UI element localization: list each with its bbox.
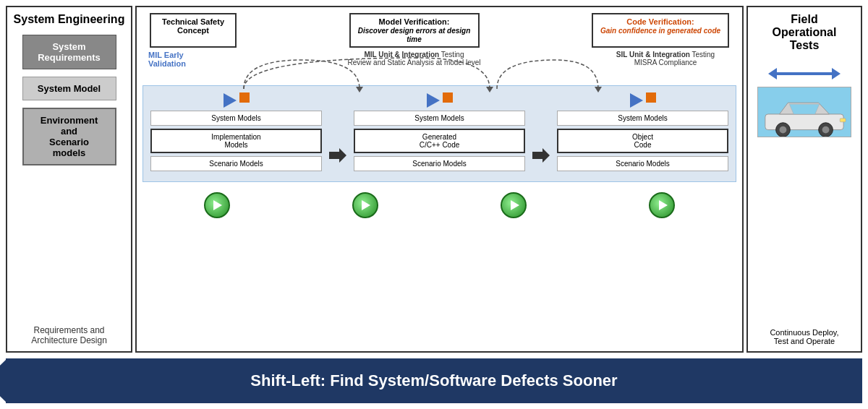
double-arrow-svg <box>768 66 841 81</box>
right-arrow-2 <box>532 148 550 163</box>
svg-marker-1 <box>486 87 493 92</box>
scenario-models-box-3: Scenario Models <box>557 156 728 171</box>
bottom-banner: Shift-Left: Find System/Software Defects… <box>6 358 862 403</box>
model-column-2: System Models GeneratedC/C++ Code Scenar… <box>354 93 525 174</box>
car-svg <box>758 87 851 137</box>
technical-safety-concept-box: Technical SafetyConcept <box>150 13 237 48</box>
model-column-3: System Models ObjectCode Scenario Models <box>557 93 728 174</box>
blue-area: System Models ImplementationModels Scena… <box>142 85 736 182</box>
system-model-box: System Model <box>22 77 116 100</box>
system-models-box-3: System Models <box>557 111 728 126</box>
green-play-button-3[interactable] <box>649 192 675 218</box>
svg-marker-3 <box>329 148 346 163</box>
arrow-2-3 <box>532 137 550 174</box>
right-panel: FieldOperationalTests <box>746 6 862 353</box>
dashed-arcs-svg <box>215 56 634 92</box>
orange-square-1 <box>239 92 250 103</box>
system-requirements-box: SystemRequirements <box>22 35 116 69</box>
system-models-box-2: System Models <box>354 111 525 126</box>
main-container: System Engineering SystemRequirements Sy… <box>0 0 868 409</box>
right-arrow-1 <box>329 148 346 163</box>
svg-rect-12 <box>840 119 846 122</box>
system-models-box-1: System Models <box>150 111 322 126</box>
green-play-button-1[interactable] <box>352 192 378 218</box>
green-play-button-2[interactable] <box>501 192 527 218</box>
left-panel: System Engineering SystemRequirements Sy… <box>6 6 132 353</box>
play-triangle-1 <box>224 93 237 108</box>
model-column-1: System Models ImplementationModels Scena… <box>150 93 322 174</box>
svg-point-11 <box>822 126 830 134</box>
model-verification-box: Model Verification:Discover design error… <box>349 13 480 48</box>
bottom-banner-text: Shift-Left: Find System/Software Defects… <box>6 371 862 390</box>
left-panel-title: System Engineering <box>14 13 125 26</box>
object-code-box: ObjectCode <box>557 129 728 153</box>
svg-marker-4 <box>532 148 550 163</box>
middle-content: Technical SafetyConcept Model Verificati… <box>142 13 736 345</box>
double-arrow-container <box>768 66 841 81</box>
implementation-models-box: ImplementationModels <box>150 129 322 153</box>
right-panel-title: FieldOperationalTests <box>773 13 837 52</box>
model-icon-3 <box>630 93 656 108</box>
car-image <box>757 87 851 137</box>
scenario-models-box-2: Scenario Models <box>354 156 525 171</box>
orange-square-3 <box>646 92 656 103</box>
middle-panel: Technical SafetyConcept Model Verificati… <box>135 6 744 353</box>
arrow-1-2 <box>329 137 346 174</box>
top-section: System Engineering SystemRequirements Sy… <box>0 0 868 358</box>
green-play-row <box>142 188 736 220</box>
right-panel-footer: Continuous Deploy,Test and Operate <box>770 328 838 345</box>
generated-code-box: GeneratedC/C++ Code <box>354 129 525 153</box>
left-panel-footer: Requirements andArchitecture Design <box>31 325 107 345</box>
svg-marker-5 <box>768 68 841 79</box>
model-icon-1 <box>224 93 250 108</box>
scenario-models-box-1: Scenario Models <box>150 156 322 171</box>
model-icon-2 <box>427 93 453 108</box>
orange-square-2 <box>443 92 453 103</box>
svg-marker-2 <box>595 87 602 92</box>
code-verification-box: Code Verification:Gain confidence in gen… <box>592 13 729 48</box>
play-triangle-3 <box>630 93 643 108</box>
environment-scenario-box: Environment andScenario models <box>22 108 116 165</box>
left-arrow-shape <box>0 358 7 403</box>
play-triangle-2 <box>427 93 440 108</box>
green-play-button-0[interactable] <box>204 192 230 218</box>
svg-point-9 <box>780 126 787 134</box>
svg-marker-0 <box>356 87 363 92</box>
